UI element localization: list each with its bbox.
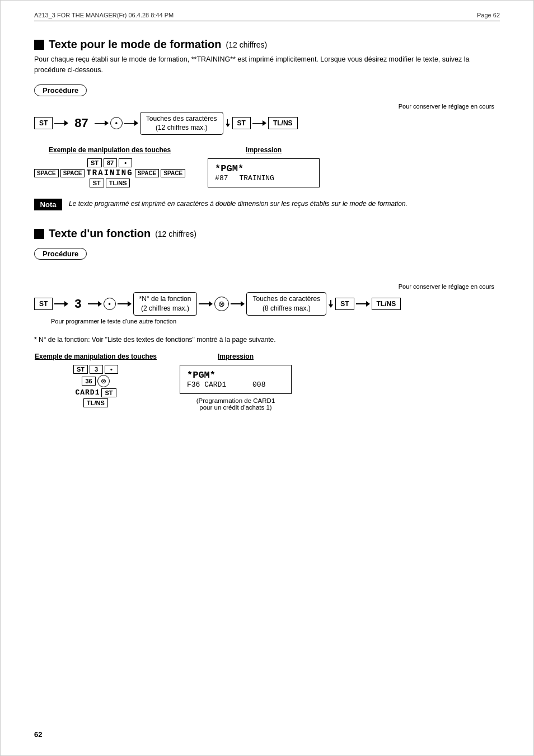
section2-title-suffix: (12 chiffres) [155, 229, 196, 238]
flow-box-tlns1: TL/NS [268, 117, 298, 129]
flow-touches-box1: Touches des caractères (12 chiffres max.… [140, 112, 223, 135]
flow-box-st1: ST [34, 117, 53, 129]
section2-procedure-badge: Procédure [34, 248, 87, 260]
section1-impression-header: Impression [208, 146, 320, 154]
section1-black-square [34, 40, 44, 50]
section2-impression-box: *PGM* F36 CARD1 008 [180, 365, 292, 394]
section2-impression-col: Impression *PGM* F36 CARD1 008 (Programm… [180, 353, 292, 411]
section1-impression-box: *PGM* #87 TRAINING [208, 158, 320, 187]
arrow2-5 [231, 301, 245, 307]
flow-box-st2: ST [232, 117, 251, 129]
flow2-touches-box: Touches de caractères (8 chiffres max.) [246, 292, 326, 316]
section2-example-col: Exemple de manipulation des touches ST 3… [34, 353, 157, 407]
impression-87: #87 [215, 174, 228, 182]
arrow2-4 [199, 301, 213, 307]
flow-number-87: 87 [70, 116, 92, 130]
s2-key-row-4: TL/NS [83, 398, 108, 407]
section1-key-sequence: ST 87 • SPACE SPACE TRAINING SPACE SPACE… [34, 158, 185, 187]
s2-key-row-1: ST 3 • [73, 365, 118, 374]
touches-line1: Touches des caractères [146, 114, 217, 124]
flow2-box-tlns: TL/NS [372, 298, 401, 310]
section1-impression-col: Impression *PGM* #87 TRAINING [208, 146, 320, 187]
section2-title-text: Texte d'un fonction [49, 227, 151, 240]
section1-flow-top-label: Pour conserver le réglage en cours [34, 103, 500, 110]
section1-example-impression: Exemple de manipulation des touches ST 8… [34, 146, 500, 187]
arrow4 [252, 120, 266, 126]
arrow2-1 [54, 301, 68, 307]
impression-training: TRAINING [240, 174, 274, 182]
section1-procedure-label: Procédure [43, 86, 78, 95]
section2-footnote: * N° de la fonction: Voir "Liste des tex… [34, 336, 500, 344]
key-row-1: ST 87 • [87, 158, 132, 167]
flow2-circle-x: ⊗ [214, 297, 229, 311]
section1-example-header: Exemple de manipulation des touches [34, 146, 185, 154]
flow2-box-st1: ST [34, 298, 53, 310]
arrow2-3 [118, 301, 132, 307]
flow2-dot: • [104, 298, 116, 310]
key-87: 87 [104, 158, 117, 167]
page-container: A213_3 FOR THE MANAGER(Fr) 06.4.28 8:44 … [0, 0, 534, 756]
flow2-box-st2: ST [335, 298, 354, 310]
header-left: A213_3 FOR THE MANAGER(Fr) 06.4.28 8:44 … [34, 12, 174, 18]
section2-flow-row: ST 3 • *N° de la fonction (2 chiffres ma… [34, 292, 500, 316]
s2-key-card1: CARD1 [75, 388, 100, 397]
flow2-no-fonction-box: *N° de la fonction (2 chiffres max.) [133, 292, 198, 316]
flow2-down-arrow [329, 300, 333, 308]
section1-subtitle: Pour chaque reçu établi sur le mode de f… [34, 54, 500, 76]
section2-title: Texte d'un fonction (12 chiffres) [34, 227, 500, 240]
page-number: 62 [34, 730, 42, 739]
s2-key-3: 3 [90, 365, 103, 374]
key-space1: SPACE [34, 169, 59, 177]
s2-key-st2: ST [101, 388, 116, 397]
touches2-line2: (8 chiffres max.) [252, 304, 320, 313]
s2-key-st: ST [73, 365, 88, 374]
impression-pgm1: *PGM* [215, 163, 312, 174]
key-space4: SPACE [161, 169, 185, 177]
key-space3: SPACE [135, 169, 160, 177]
s2-key-x: ⊗ [97, 375, 110, 387]
section2-black-square [34, 229, 44, 239]
section2-impression-header: Impression [180, 353, 292, 360]
key-dot: • [119, 158, 132, 167]
section2-example-header: Exemple de manipulation des touches [34, 353, 157, 360]
impression-line2: #87 TRAINING [215, 174, 312, 182]
key-training: TRAINING [86, 168, 133, 177]
flow-down-arrow1 [226, 119, 230, 127]
nota-badge: Nota [34, 199, 62, 210]
touches2-line1: Touches de caractères [252, 294, 320, 304]
section1-flow-row: ST 87 • Touches des caractères (12 chiff… [34, 112, 500, 135]
arrow2-6 [356, 301, 370, 307]
key-row-3: ST TL/NS [90, 179, 130, 187]
section2-caption: (Programmation de CARD1pour un crédit d'… [180, 397, 292, 411]
arrow2 [95, 120, 109, 126]
section1-procedure-badge: Procédure [34, 84, 87, 96]
s2-key-tlns: TL/NS [83, 398, 108, 407]
arrow1 [54, 120, 68, 126]
key-tlns: TL/NS [106, 179, 130, 187]
impression-f36-008: 008 [252, 381, 265, 389]
section1: Texte pour le mode de formation (12 chif… [34, 38, 500, 210]
section1-example-col: Exemple de manipulation des touches ST 8… [34, 146, 185, 187]
s2-key-36: 36 [82, 377, 95, 386]
section1-title-text: Texte pour le mode de formation [49, 38, 222, 51]
section1-title: Texte pour le mode de formation (12 chif… [34, 38, 500, 51]
header-right: Page 62 [477, 12, 500, 18]
section2-flow-wrapper: Pour conserver le réglage en cours ST 3 … [34, 283, 500, 325]
s2-key-row-3: CARD1 ST [75, 388, 116, 397]
arrow2-2 [88, 301, 102, 307]
nota-text: Le texte programmé est imprimé en caract… [69, 199, 407, 209]
touches-line2: (12 chiffres max.) [146, 123, 217, 133]
key-st: ST [87, 158, 102, 167]
page-header: A213_3 FOR THE MANAGER(Fr) 06.4.28 8:44 … [34, 12, 500, 21]
section2-example-impression: Exemple de manipulation des touches ST 3… [34, 353, 500, 411]
key-st2: ST [90, 179, 104, 187]
impression-f36-card1: F36 CARD1 [187, 381, 226, 389]
arrow3 [124, 120, 138, 126]
flow2-number-3: 3 [70, 297, 86, 311]
s2-key-row-2: 36 ⊗ [82, 375, 109, 387]
section2: Texte d'un fonction (12 chiffres) Procéd… [34, 227, 500, 411]
no-fonction-line2: (2 chiffres max.) [139, 304, 191, 313]
impression-f36: F36 CARD1 008 [187, 381, 284, 389]
section1-title-suffix: (12 chiffres) [226, 40, 268, 49]
no-fonction-line1: *N° de la fonction [139, 294, 191, 304]
